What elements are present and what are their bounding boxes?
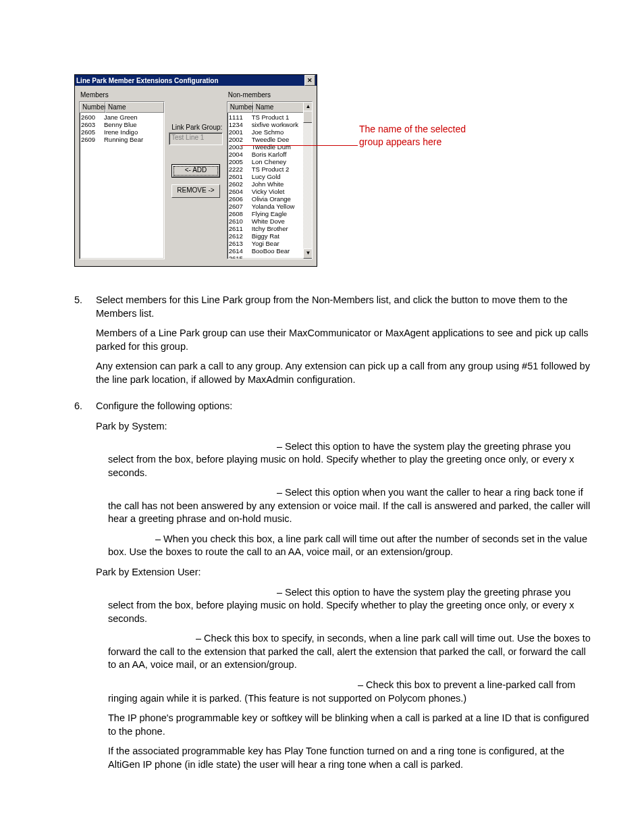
cell-number: 2600: [80, 113, 104, 121]
nonmembers-label: Non-members: [227, 91, 313, 101]
body-text: Members of a Line Park group can use the…: [96, 327, 595, 353]
list-item[interactable]: 1111TS Product 1: [227, 113, 312, 121]
list-item[interactable]: 2606Olivia Orange: [227, 195, 312, 203]
list-item[interactable]: 2601Lucy Gold: [227, 173, 312, 180]
col-header-number[interactable]: Number: [227, 102, 253, 113]
step-number: 5.: [74, 294, 96, 393]
cell-number: 1111: [227, 113, 252, 121]
cell-number: 2005: [227, 158, 252, 165]
list-item[interactable]: 2609Running Bear: [80, 136, 164, 143]
cell-name: Running Bear: [104, 136, 164, 143]
list-item[interactable]: 1234sixfive workwork: [227, 121, 312, 128]
cell-number: 2003: [227, 143, 252, 151]
cell-number: 2609: [80, 136, 104, 143]
list-item[interactable]: 2602John White: [227, 180, 312, 188]
scroll-down-icon[interactable]: ▼: [303, 249, 313, 259]
col-header-name[interactable]: Name: [105, 102, 164, 113]
list-item[interactable]: 2608Flying Eagle: [227, 210, 312, 217]
list-item[interactable]: 2610White Dove: [227, 217, 312, 225]
body-text: The IP phone's programmable key or softk…: [108, 712, 595, 738]
list-item[interactable]: 2004Boris Karloff: [227, 151, 312, 158]
body-text: – Select this option to have the system …: [108, 440, 595, 480]
cell-number: 2604: [227, 188, 252, 195]
list-item[interactable]: 2607Yolanda Yellow: [227, 203, 312, 210]
group-name-input[interactable]: Test Line 1: [169, 132, 223, 145]
list-item[interactable]: 2612Biggy Rat: [227, 232, 312, 240]
cell-number: 2610: [227, 217, 252, 225]
body-text: – Select this option to have the system …: [108, 586, 595, 626]
list-item[interactable]: 2615: [227, 255, 312, 259]
cell-number: 2612: [227, 232, 252, 240]
body-text: – Select this option when you want the c…: [108, 486, 595, 526]
members-label: Members: [79, 91, 165, 101]
cell-number: 2611: [227, 225, 252, 232]
cell-number: 2608: [227, 210, 252, 217]
body-text: – Check this box to prevent a line-parke…: [108, 679, 595, 705]
cell-number: 2603: [80, 121, 104, 128]
cell-number: 2002: [227, 136, 252, 143]
scrollbar[interactable]: ▲ ▼: [303, 102, 312, 259]
scroll-thumb[interactable]: [303, 111, 313, 123]
list-item[interactable]: 2605Irene Indigo: [80, 128, 164, 136]
body-text: Park by System:: [96, 420, 595, 434]
list-item[interactable]: 2603Benny Blue: [80, 121, 164, 128]
list-item[interactable]: 2003Tweedle Dum: [227, 143, 312, 151]
link-park-group-label: Link Park Group:: [167, 124, 222, 131]
body-text: If the associated programmable key has P…: [108, 745, 595, 771]
list-item[interactable]: 2614BooBoo Bear: [227, 247, 312, 255]
close-icon[interactable]: ✕: [304, 75, 315, 86]
cell-number: 2614: [227, 247, 252, 255]
dialog-titlebar[interactable]: Line Park Member Extensions Configuratio…: [75, 75, 317, 86]
col-header-number[interactable]: Number: [80, 102, 105, 113]
cell-number: 2605: [80, 128, 104, 136]
nonmembers-listbox[interactable]: Number Name 1111TS Product 11234sixfive …: [227, 101, 313, 259]
annotation-leader-line: [240, 145, 358, 146]
add-button[interactable]: <- ADD: [171, 164, 220, 178]
list-item[interactable]: 2001Joe Schmo: [227, 128, 312, 136]
cell-number: 2004: [227, 151, 252, 158]
cell-number: 2601: [227, 173, 252, 180]
list-item[interactable]: 2611Itchy Brother: [227, 225, 312, 232]
cell-number: 2607: [227, 203, 252, 210]
list-item[interactable]: 2222TS Product 2: [227, 165, 312, 173]
body-text: – When you check this box, a line park c…: [108, 533, 595, 559]
line-park-dialog: Line Park Member Extensions Configuratio…: [74, 74, 317, 267]
remove-button[interactable]: REMOVE ->: [171, 184, 220, 198]
body-text: Any extension can park a call to any gro…: [96, 360, 595, 386]
cell-number: 2606: [227, 195, 252, 203]
list-item[interactable]: 2002Tweedle Dee: [227, 136, 312, 143]
step-number: 6.: [74, 400, 96, 778]
members-listbox[interactable]: Number Name 2600Jane Green2603Benny Blue…: [79, 101, 165, 259]
cell-number: 2001: [227, 128, 252, 136]
cell-name: Jane Green: [104, 113, 164, 121]
cell-name: Irene Indigo: [104, 128, 164, 136]
cell-number: 2222: [227, 165, 252, 173]
cell-number: 2615: [227, 255, 252, 259]
cell-name: Benny Blue: [104, 121, 164, 128]
dialog-title: Line Park Member Extensions Configuratio…: [76, 77, 219, 84]
cell-number: 2602: [227, 180, 252, 188]
body-text: Select members for this Line Park group …: [96, 294, 595, 320]
body-text: – Check this box to specify, in seconds,…: [108, 632, 595, 672]
list-item[interactable]: 2613Yogi Bear: [227, 240, 312, 247]
list-item[interactable]: 2005Lon Cheney: [227, 158, 312, 165]
list-item[interactable]: 2604Vicky Violet: [227, 188, 312, 195]
cell-number: 1234: [227, 121, 252, 128]
cell-number: 2613: [227, 240, 252, 247]
body-text: Configure the following options:: [96, 400, 595, 413]
body-text: Park by Extension User:: [96, 566, 595, 579]
list-item[interactable]: 2600Jane Green: [80, 113, 164, 121]
annotation-text: The name of the selected group appears h…: [359, 123, 481, 149]
